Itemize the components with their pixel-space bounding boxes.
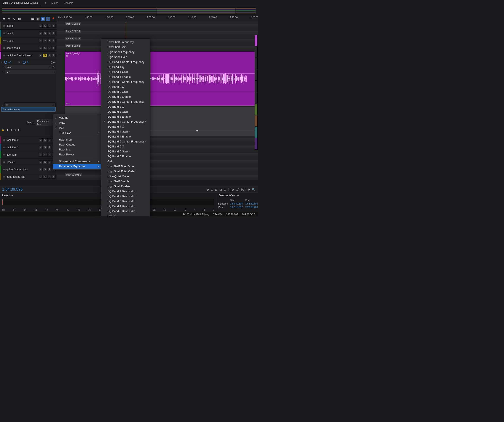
mute-button[interactable]: M xyxy=(39,31,42,35)
zoom-out-icon[interactable]: ⊖ xyxy=(211,188,213,191)
tab-editor-menu-icon[interactable]: ≡ xyxy=(45,1,46,5)
automation-expand-icon[interactable]: ⌄ xyxy=(1,103,3,106)
mute-button[interactable]: M xyxy=(39,168,42,171)
submenu-item[interactable]: Low Shelf Gain xyxy=(101,45,150,49)
input-routing[interactable]: None› xyxy=(5,65,52,69)
audio-clip-selected[interactable]: Track 5_002_1 ▧ ▮▯▮ xyxy=(65,52,258,106)
solo-button[interactable]: S xyxy=(43,46,47,50)
submenu-item[interactable]: EQ Band 3 Center Frequency xyxy=(101,99,150,104)
track-lane[interactable]: an ⌄ Track 10_002_1 xyxy=(57,173,258,180)
submenu-item[interactable]: EQ Band 5 Q xyxy=(101,144,150,149)
mute-button[interactable]: M xyxy=(39,160,42,164)
solo-button[interactable]: S xyxy=(43,175,47,179)
record-button[interactable]: R xyxy=(47,31,51,35)
keyframe-fwd-icon[interactable]: ▶ xyxy=(18,128,20,131)
track-name[interactable]: ⊪⊩rack tom 2 xyxy=(1,139,39,142)
zoom-reset-icon[interactable]: ⊙ xyxy=(224,188,226,191)
mute-button[interactable]: M xyxy=(39,39,42,42)
submenu-item[interactable]: High Shelf Gain xyxy=(101,54,150,60)
menu-rack-output[interactable]: Rack Output xyxy=(53,142,101,147)
record-button[interactable]: R xyxy=(47,24,51,28)
solo-button[interactable]: S xyxy=(43,31,47,35)
record-button[interactable]: R xyxy=(47,168,51,171)
input-monitor-button[interactable]: I xyxy=(52,31,55,35)
solo-button[interactable]: S xyxy=(43,39,47,42)
timeline-ruler[interactable]: hms 1:40:001:45:001:50:001:55:002:00:002… xyxy=(57,16,258,22)
timecode-display[interactable]: 1:54:39.595 xyxy=(0,187,56,192)
record-button[interactable]: R xyxy=(47,39,51,42)
clip-label[interactable]: Track 2_002_1 xyxy=(65,30,81,33)
track-lane[interactable]: an ⌄ Track 4_002_1 xyxy=(57,44,258,52)
submenu-item[interactable]: EQ Band 1 Enable xyxy=(101,74,150,79)
submenu-item[interactable]: EQ Band 4 Gain * xyxy=(101,129,150,134)
track-name[interactable]: ⊪⊩guitar (stage right) xyxy=(1,168,39,171)
fx-icon[interactable]: fx xyxy=(7,17,11,21)
input-monitor-button[interactable]: I xyxy=(52,24,55,28)
submenu-item[interactable]: EQ Band 3 Gain xyxy=(101,109,150,114)
track-name[interactable]: ⊪⊩kick 2 xyxy=(1,32,39,35)
record-button[interactable]: R xyxy=(47,54,51,57)
submenu-item[interactable]: EQ Band 1 Center Frequency xyxy=(101,60,150,64)
record-button[interactable]: R xyxy=(47,160,51,164)
track-name[interactable]: ⊪⊩kick 1 xyxy=(1,24,39,27)
submenu-item[interactable]: Low Shelf Filter Order xyxy=(101,164,150,169)
mute-button[interactable]: M xyxy=(39,153,42,157)
submenu-item[interactable]: EQ Band 5 Center Frequency * xyxy=(101,139,150,144)
submenu-item[interactable]: EQ Band 3 Q xyxy=(101,104,150,109)
solo-button[interactable]: S xyxy=(43,160,47,164)
zoom-sel-icon[interactable]: ⊟ xyxy=(219,188,222,191)
submenu-item[interactable]: EQ Band 3 Enable xyxy=(101,114,150,119)
overview-visible-region[interactable] xyxy=(157,8,235,14)
volume-value[interactable]: +0 xyxy=(8,61,11,64)
submenu-item[interactable]: High Shelf Filter Order xyxy=(101,169,150,174)
submenu-item[interactable]: EQ Band 4 Q xyxy=(101,124,150,129)
show-envelopes-dropdown[interactable]: Show Envelopes› xyxy=(1,107,55,112)
stereo-icon[interactable]: ((●)) xyxy=(51,61,55,64)
mute-button[interactable]: M xyxy=(39,54,42,57)
track-lane[interactable]: an ⌄ Track 3_002_1 xyxy=(57,37,258,44)
submenu-item[interactable]: Low Shelf Frequency xyxy=(101,40,150,45)
clip-label[interactable]: Track 3_002_1 xyxy=(65,37,81,40)
snap-icon[interactable]: ⎋ xyxy=(41,17,45,21)
track-name[interactable]: ⊪⊩floor tom xyxy=(1,153,39,156)
record-button[interactable]: R xyxy=(47,138,51,142)
mute-button[interactable]: M xyxy=(39,175,42,179)
track-name[interactable]: ⊪⊩Track 8 xyxy=(1,161,39,164)
headphones-icon[interactable]: 🎧 xyxy=(46,17,50,21)
mute-button[interactable]: M xyxy=(39,138,42,142)
submenu-item[interactable]: EQ Band 4 Enable xyxy=(101,134,150,139)
output-routing[interactable]: Mix› xyxy=(5,70,55,74)
menu-volume[interactable]: ✓Volume xyxy=(53,115,101,120)
input-monitor-button[interactable]: I xyxy=(52,54,55,57)
record-button[interactable]: R xyxy=(47,175,51,179)
tab-console[interactable]: Console xyxy=(63,0,74,6)
solo-button[interactable]: S xyxy=(43,153,47,157)
send-icon[interactable]: ↘ xyxy=(12,17,16,21)
clip-label[interactable]: Track 1_002_1 xyxy=(65,22,81,25)
tab-mixer[interactable]: Mixer xyxy=(51,0,59,6)
zoom-vert-in-icon[interactable]: {⊕ xyxy=(230,188,234,191)
submenu-item[interactable]: EQ Band 4 Bandwidth xyxy=(101,204,150,209)
metronome-icon[interactable]: ⏮ xyxy=(30,17,34,21)
submenu-item[interactable]: Bypass xyxy=(101,214,150,217)
submenu-item[interactable]: EQ Band 1 Q xyxy=(101,64,150,69)
sel-start-value[interactable]: 1:54:39.595 xyxy=(230,202,245,205)
zoom-fit-icon[interactable]: ⊡ xyxy=(215,188,218,191)
automation-mode-dropdown[interactable]: Off⌄ xyxy=(5,102,55,107)
lock-icon[interactable]: 🔒 xyxy=(1,128,4,131)
tab-editor[interactable]: Editor: Untitled Session 1.sesx * xyxy=(2,0,40,6)
phase-icon[interactable]: ⊘ xyxy=(52,66,55,68)
panel-menu-icon[interactable]: ≡ xyxy=(237,194,239,197)
track-name[interactable]: ⊪⊩gutar (stage left) xyxy=(1,175,39,178)
input-monitor-button[interactable]: I xyxy=(52,175,55,179)
submenu-item[interactable]: EQ Band 5 Enable xyxy=(101,154,150,159)
submenu-item[interactable]: Gain xyxy=(101,159,150,164)
submenu-item[interactable]: EQ Band 3 Bandwidth xyxy=(101,199,150,204)
record-button[interactable]: R xyxy=(47,153,51,157)
zoom-vert-fit-icon[interactable]: {⊙} xyxy=(241,188,246,191)
submenu-item[interactable]: EQ Band 1 Gain xyxy=(101,69,150,74)
volume-knob[interactable] xyxy=(4,61,7,64)
clip-label[interactable]: Track 10_002_1 xyxy=(65,173,82,176)
pan-knob[interactable] xyxy=(23,61,26,64)
submenu-item[interactable]: High Shelf Frequency xyxy=(101,49,150,54)
